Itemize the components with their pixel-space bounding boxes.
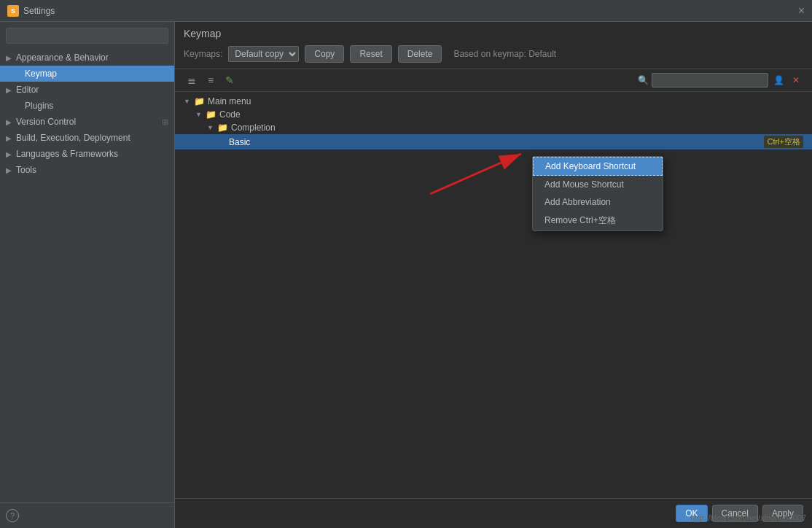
tree-item-completion[interactable]: ▼ 📁 Completion	[175, 121, 812, 134]
context-menu-item-remove[interactable]: Remove Ctrl+空格	[533, 211, 663, 230]
tree-item-main-menu[interactable]: ▼ 📁 Main menu	[175, 95, 812, 108]
edit-icon: ✎	[225, 74, 234, 86]
bottom-bar: ?	[0, 502, 174, 528]
sidebar-label-tools: Tools	[16, 165, 36, 175]
context-menu: Add Keyboard Shortcut Add Mouse Shortcut…	[532, 156, 663, 231]
folder-icon-main-menu: 📁	[194, 96, 205, 106]
expand-arrow-build: ▶	[6, 134, 13, 142]
edit-button[interactable]: ✎	[222, 72, 238, 88]
sidebar-item-version-control[interactable]: ▶ Version Control ⊞	[0, 114, 174, 130]
tree-label-completion: Completion	[231, 123, 803, 133]
sidebar-search-input[interactable]	[6, 28, 168, 44]
sidebar-search-wrap	[0, 22, 174, 50]
watermark: http://blog.csdn.net/xinghu60007	[690, 513, 806, 522]
sidebar-item-appearance[interactable]: ▶ Appearance & Behavior	[0, 50, 174, 66]
sidebar-item-build[interactable]: ▶ Build, Execution, Deployment	[0, 130, 174, 146]
sidebar: ▶ Appearance & Behavior Keymap ▶ Editor …	[0, 22, 175, 528]
close-button[interactable]: ×	[798, 5, 805, 17]
reset-button[interactable]: Reset	[350, 45, 391, 63]
tree-shortcut-basic: Ctrl+空格	[764, 136, 803, 148]
expand-all-icon: ≣	[187, 74, 196, 86]
keymap-header: Keymap Keymaps: Default copy Copy Reset …	[175, 22, 812, 69]
expand-arrow-lang: ▶	[6, 150, 13, 158]
search-wrap: 🔍 👤 ✕	[638, 73, 803, 88]
context-menu-item-add-abbreviation[interactable]: Add Abbreviation	[533, 193, 663, 211]
tree-item-code[interactable]: ▼ 📁 Code	[175, 108, 812, 121]
tree-arrow-main-menu: ▼	[184, 98, 191, 105]
title-bar: S Settings ×	[0, 0, 812, 22]
title-bar-left: S Settings	[7, 5, 55, 17]
expand-all-button[interactable]: ≣	[184, 72, 200, 88]
tree-label-basic: Basic	[229, 137, 761, 147]
context-menu-item-add-mouse[interactable]: Add Mouse Shortcut	[533, 176, 663, 193]
sidebar-label-plugins: Plugins	[25, 101, 53, 111]
context-menu-item-add-keyboard[interactable]: Add Keyboard Shortcut	[533, 157, 663, 176]
vc-icon: ⊞	[162, 117, 168, 127]
copy-button[interactable]: Copy	[305, 45, 344, 63]
search-icon: 🔍	[638, 75, 649, 85]
keymap-controls: Keymaps: Default copy Copy Reset Delete …	[184, 45, 803, 63]
content-area: Keymap Keymaps: Default copy Copy Reset …	[175, 22, 812, 528]
tree-label-main-menu: Main menu	[208, 96, 803, 106]
keymap-toolbar: ≣ ≡ ✎ 🔍 👤 ✕	[175, 69, 812, 92]
sidebar-label-build: Build, Execution, Deployment	[16, 133, 130, 143]
search-input[interactable]	[652, 73, 768, 88]
expand-arrow-appearance: ▶	[6, 54, 13, 62]
help-button[interactable]: ?	[6, 509, 19, 522]
tree-label-code: Code	[219, 109, 803, 120]
keymaps-label: Keymaps:	[184, 49, 222, 59]
folder-icon-completion: 📁	[217, 123, 228, 133]
sidebar-item-editor[interactable]: ▶ Editor	[0, 82, 174, 98]
sidebar-label-appearance: Appearance & Behavior	[16, 53, 109, 63]
app-icon: S	[7, 5, 19, 17]
expand-arrow-vc: ▶	[6, 118, 13, 126]
sidebar-items: ▶ Appearance & Behavior Keymap ▶ Editor …	[0, 50, 174, 502]
sidebar-item-keymap[interactable]: Keymap	[0, 66, 174, 82]
collapse-all-button[interactable]: ≡	[203, 72, 219, 88]
sidebar-item-tools[interactable]: ▶ Tools	[0, 162, 174, 178]
clear-search-icon[interactable]: ✕	[789, 73, 803, 88]
folder-icon-code: 📁	[206, 109, 216, 120]
window-title: Settings	[23, 6, 55, 16]
tree-area: ▼ 📁 Main menu ▼ 📁 Code ▼ 📁 Completion Ba…	[175, 92, 812, 498]
delete-button[interactable]: Delete	[398, 45, 442, 63]
keymap-title: Keymap	[184, 28, 803, 39]
sidebar-label-editor: Editor	[16, 85, 39, 95]
sidebar-item-plugins[interactable]: Plugins	[0, 98, 174, 114]
user-icon[interactable]: 👤	[771, 73, 786, 88]
sidebar-label-lang: Languages & Frameworks	[16, 149, 118, 159]
based-on-text: Based on keymap: Default	[453, 49, 556, 59]
collapse-all-icon: ≡	[208, 74, 214, 86]
tree-arrow-code: ▼	[195, 111, 203, 118]
keymap-select[interactable]: Default copy	[228, 46, 299, 62]
sidebar-label-keymap: Keymap	[25, 69, 57, 79]
sidebar-label-vc: Version Control	[16, 117, 76, 127]
tree-item-basic[interactable]: Basic Ctrl+空格	[175, 134, 812, 150]
main-layout: ▶ Appearance & Behavior Keymap ▶ Editor …	[0, 22, 812, 528]
expand-arrow-tools: ▶	[6, 166, 13, 174]
keymap-select-wrap: Default copy	[228, 46, 299, 62]
svg-line-1	[430, 154, 521, 194]
expand-arrow-editor: ▶	[6, 86, 13, 94]
tree-arrow-completion: ▼	[207, 124, 214, 131]
sidebar-item-languages[interactable]: ▶ Languages & Frameworks	[0, 146, 174, 162]
